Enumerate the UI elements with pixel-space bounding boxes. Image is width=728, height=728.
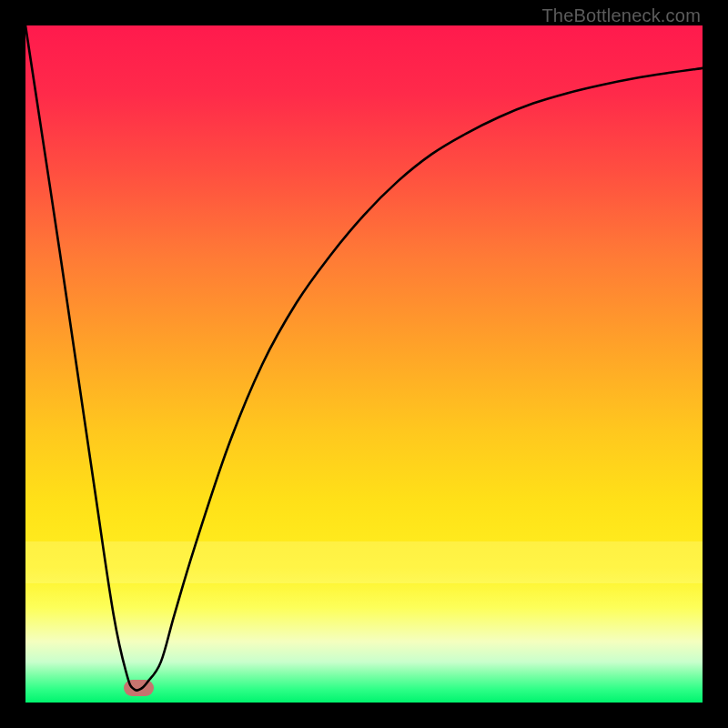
plot-area bbox=[25, 25, 703, 703]
bottleneck-curve bbox=[25, 25, 703, 691]
curve-layer bbox=[25, 25, 703, 703]
chart-frame: TheBottleneck.com bbox=[0, 0, 728, 728]
watermark-text: TheBottleneck.com bbox=[541, 5, 701, 26]
